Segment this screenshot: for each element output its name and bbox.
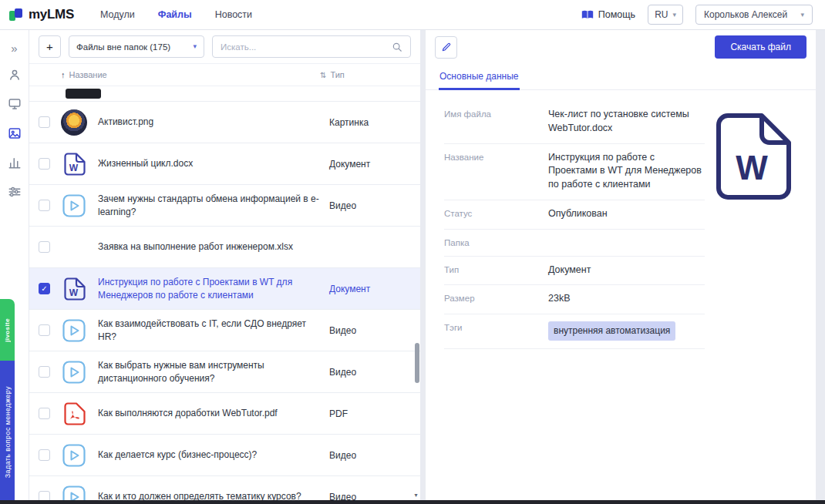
logo-icon (9, 8, 23, 22)
add-file-button[interactable]: + (39, 35, 61, 58)
file-row-partial[interactable] (29, 86, 420, 102)
image-thumbnail-icon (61, 109, 87, 136)
field-type: Тип Документ (444, 257, 705, 286)
word-document-large-icon: W (712, 112, 794, 201)
row-checkbox[interactable] (39, 200, 50, 211)
row-checkbox[interactable] (39, 366, 50, 378)
column-name-label: Название (69, 70, 107, 79)
sidebar-item-webinars[interactable] (0, 89, 29, 119)
logo[interactable]: myLMS (9, 7, 74, 22)
sidebar-item-settings[interactable] (0, 177, 29, 207)
row-checkbox[interactable] (39, 449, 50, 461)
nav-item-files[interactable]: Файлы (158, 9, 192, 20)
field-value: Инструкция по работе с Проектами в WT дл… (548, 151, 705, 192)
file-row[interactable]: Как выполняются доработки WebTutor.pdf P… (29, 393, 420, 435)
file-name: Как выполняются доработки WebTutor.pdf (98, 407, 329, 419)
row-checkbox[interactable] (39, 116, 50, 128)
word-document-icon: W (61, 151, 87, 177)
user-menu[interactable]: Корольков Алексей ▾ (695, 5, 813, 25)
field-title: Название Инструкция по работе с Проектам… (444, 144, 705, 200)
sidebar-item-reports[interactable] (0, 148, 29, 177)
file-type: PDF (329, 408, 411, 419)
field-label: Статус (444, 207, 548, 221)
svg-text:W: W (69, 287, 79, 297)
svg-text:W: W (69, 162, 79, 173)
image-icon (8, 126, 22, 140)
sliders-icon (8, 185, 22, 199)
file-row[interactable]: Как выбрать нужные вам инструменты диста… (29, 351, 420, 393)
nav-item-news[interactable]: Новости (215, 9, 252, 20)
field-label: Тип (444, 264, 548, 277)
help-button[interactable]: Помощь (581, 9, 635, 20)
language-select[interactable]: RU ▾ (648, 5, 683, 25)
jivosite-cta[interactable]: Задать вопрос менеджеру (0, 361, 15, 504)
topbar: myLMS Модули Файлы Новости Помощь RU ▾ К… (0, 0, 825, 29)
column-header-name[interactable]: ↑ Название (61, 70, 320, 79)
file-name: Инструкция по работе с Проектами в WT дл… (98, 276, 329, 301)
nav-item-modules[interactable]: Модули (100, 9, 135, 20)
expand-sidebar-button[interactable]: » (0, 35, 29, 60)
field-value: Документ (548, 264, 705, 277)
file-details-panel: Скачать файл Основные данные Имя файла Ч… (426, 29, 816, 500)
file-name: Зачем нужны стандарты обмена информацией… (98, 193, 329, 217)
field-size: Размер 23kB (444, 285, 705, 314)
sort-both-icon: ⇅ (320, 71, 326, 79)
file-type: Видео (329, 492, 411, 501)
edit-button[interactable] (435, 36, 457, 59)
file-row[interactable]: Заявка на выполнение работ инженером.xls… (29, 227, 420, 268)
file-row[interactable]: Как и кто должен определять тематику кур… (29, 476, 420, 500)
pdf-icon (61, 401, 87, 427)
file-type: Видео (329, 325, 411, 336)
tag-chip[interactable]: внутренняя автоматизация (548, 321, 675, 341)
field-status: Статус Опубликован (444, 200, 705, 230)
scrollbar-thumb[interactable] (415, 343, 419, 383)
double-chevron-right-icon: » (11, 42, 17, 55)
file-row-selected[interactable]: ✓ W Инструкция по работе с Проектами в W… (29, 268, 420, 310)
field-label: Тэги (444, 321, 548, 341)
field-value (548, 237, 705, 248)
language-value: RU (655, 9, 668, 20)
scroll-down-arrow[interactable]: ▾ (412, 492, 420, 499)
details-content: Имя файла Чек-лист по установке системы … (426, 90, 816, 365)
download-file-button[interactable]: Скачать файл (715, 35, 806, 59)
file-preview: W (712, 112, 794, 204)
folder-filter-select[interactable]: Файлы вне папок (175) ▾ (69, 35, 204, 58)
file-row[interactable]: Зачем нужны стандарты обмена информацией… (29, 185, 420, 227)
details-fields: Имя файла Чек-лист по установке системы … (444, 101, 705, 349)
file-name: Как выбрать нужные вам инструменты диста… (98, 359, 329, 384)
row-checkbox-checked[interactable]: ✓ (39, 283, 50, 294)
row-checkbox[interactable] (39, 241, 50, 253)
logo-text: myLMS (29, 7, 74, 22)
row-checkbox[interactable] (39, 158, 50, 170)
tab-main-data[interactable]: Основные данные (439, 64, 520, 90)
file-row[interactable]: W Жизненный цикл.docx Документ (29, 143, 420, 185)
row-checkbox[interactable] (39, 491, 50, 500)
file-list-toolbar: + Файлы вне папок (175) ▾ Искать... (29, 29, 420, 63)
main-nav: Модули Файлы Новости (100, 9, 252, 20)
sidebar-item-files[interactable] (0, 119, 29, 148)
field-file-name: Имя файла Чек-лист по установке системы … (444, 101, 705, 144)
column-header-type[interactable]: ⇅ Тип (320, 70, 411, 79)
file-type: Видео (329, 200, 411, 211)
word-letter: W (736, 149, 768, 186)
search-input[interactable]: Искать... (212, 35, 411, 58)
file-row[interactable]: Как взаимодействовать с IT, если СДО вне… (29, 310, 420, 351)
file-row[interactable]: Активист.png Картинка (29, 102, 420, 143)
field-tags: Тэги внутренняя автоматизация (444, 314, 705, 349)
field-value: Опубликован (548, 207, 705, 221)
row-checkbox[interactable] (39, 324, 50, 336)
file-rows: Активист.png Картинка W Жизненный цикл.d… (29, 86, 420, 500)
row-checkbox[interactable] (39, 408, 50, 419)
pencil-icon (441, 42, 452, 52)
details-toolbar: Скачать файл (426, 29, 816, 64)
video-icon (61, 359, 87, 385)
plus-icon: + (46, 40, 53, 53)
field-label: Название (444, 151, 548, 192)
jivosite-chat-ribbon[interactable]: jivosite Задать вопрос менеджеру (0, 299, 15, 504)
sidebar-item-education[interactable] (0, 60, 29, 89)
file-name: Заявка на выполнение работ инженером.xls… (98, 240, 329, 253)
video-icon (61, 193, 87, 219)
person-icon (8, 68, 22, 82)
file-row[interactable]: Как делается курс (бизнес-процесс)? Виде… (29, 435, 420, 476)
jivosite-cta-label: Задать вопрос менеджеру (4, 386, 12, 478)
